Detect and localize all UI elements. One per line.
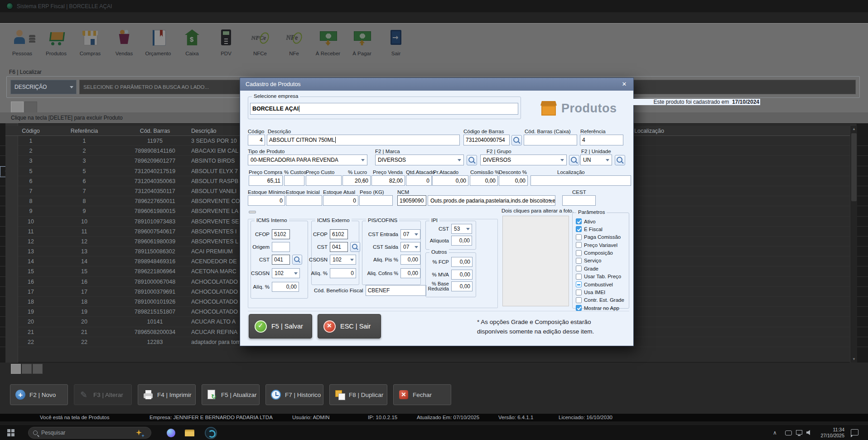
action-button[interactable]: F8 | Duplicar (329, 384, 387, 405)
toolbar-button[interactable]: Produtos (41, 24, 71, 67)
filter-tab[interactable] (33, 364, 43, 374)
param-checkbox[interactable]: Preço Variavel (576, 242, 624, 248)
scroll-thumb[interactable] (851, 133, 857, 201)
network-icon[interactable] (796, 430, 802, 435)
param-checkbox[interactable]: Composição (576, 250, 624, 256)
cfop-externo-input[interactable]: 6102 (330, 229, 348, 239)
tray-device-icon[interactable] (785, 430, 792, 435)
pr-atacado-input[interactable]: 0,00 (432, 175, 468, 186)
header-descricao[interactable]: Descrição (191, 126, 217, 136)
toolbar-button[interactable]: À Receber (313, 24, 343, 67)
table-scrollbar[interactable]: ▲ ▼ (850, 126, 857, 363)
dialog-tab[interactable] (249, 211, 256, 213)
mva-input[interactable]: 0,00 (451, 270, 473, 280)
peso-input[interactable] (359, 195, 393, 206)
est-atu-input[interactable]: 0 (323, 195, 358, 206)
dialog-close-icon[interactable]: ✕ (620, 80, 629, 88)
toolbar-button[interactable]: Compras (75, 24, 105, 67)
file-explorer-icon[interactable] (185, 430, 194, 436)
dialog-tab[interactable] (287, 211, 294, 213)
header-localizacao[interactable]: Localização (634, 126, 664, 136)
start-button-icon[interactable] (7, 429, 15, 437)
est-min-input[interactable]: 0 (248, 195, 285, 206)
taskbar-search[interactable]: Pesquisar (28, 427, 151, 439)
grupo-search-icon[interactable] (569, 155, 579, 165)
action-button[interactable]: F3 | Alterar (74, 384, 132, 405)
action-button[interactable]: Fechar (393, 384, 451, 405)
volume-icon[interactable] (806, 430, 810, 435)
param-checkbox[interactable]: Paga Comissão (576, 234, 624, 240)
cst-externo-input[interactable]: 041 (330, 242, 348, 252)
toolbar-button[interactable]: À Pagar (347, 24, 377, 67)
cst-saida-select[interactable]: 07 (400, 242, 420, 252)
param-checkbox[interactable]: Ativo (576, 218, 624, 224)
cst-entrada-select[interactable]: 07 (400, 229, 420, 239)
header-codigo[interactable]: Código (18, 126, 43, 136)
dialog-tab[interactable] (268, 211, 275, 213)
dialog-tab[interactable] (258, 211, 265, 213)
filter-tab[interactable] (11, 364, 21, 374)
qtd-atacado-input[interactable]: 0 (406, 175, 432, 186)
ipi-aliquota-input[interactable]: 0,00 (451, 236, 472, 246)
preco-compra-input[interactable]: 65,11 (249, 175, 283, 186)
aliq-pis-input[interactable]: 0,00 (400, 255, 420, 265)
param-checkbox[interactable]: Usar Tab. Preço (576, 274, 624, 280)
preco-venda-input[interactable]: 82,00 (371, 175, 405, 186)
toolbar-button[interactable]: Vendas (109, 24, 139, 67)
cest-input[interactable] (562, 195, 596, 206)
action-button[interactable]: F4 | Imprimir (138, 384, 196, 405)
ipi-cst-select[interactable]: 53 (451, 224, 472, 234)
erp-app-icon[interactable] (205, 427, 217, 439)
toolbar-button[interactable]: PDV (211, 24, 241, 67)
toolbar-button[interactable]: Caixa (177, 24, 207, 67)
toolbar-button[interactable]: NFCe (245, 24, 275, 67)
unidade-search-icon[interactable] (615, 155, 625, 165)
param-checkbox[interactable]: Combustível (576, 281, 624, 287)
est-ini-input[interactable] (286, 195, 322, 206)
custos-input[interactable] (284, 175, 304, 186)
salvar-button[interactable]: F5 | Salvar (249, 314, 312, 338)
descricao-input[interactable]: ABSOLUT CITRON 750ML (267, 135, 460, 145)
unidade-select[interactable]: UN (580, 155, 612, 165)
dialog-titlebar[interactable]: Cadastro de Produtos ✕ (240, 78, 633, 91)
aliq-interno-input[interactable]: 0,00 (272, 282, 299, 292)
barras-search-icon[interactable] (511, 135, 522, 145)
codigo-input[interactable]: 4 (248, 135, 265, 145)
param-checkbox[interactable]: Grade (576, 266, 624, 271)
cfop-interno-input[interactable]: 5102 (272, 229, 290, 239)
search-field-selector[interactable]: DESCRIÇÃO (10, 80, 77, 94)
barras-caixa-input[interactable] (524, 135, 577, 145)
tipo-select[interactable]: 00-MERCADORIA PARA REVENDA (248, 155, 367, 165)
marca-select[interactable]: DIVERSOS (375, 155, 464, 165)
toolbar-button[interactable]: NFe (279, 24, 309, 67)
scroll-up-icon[interactable]: ▲ (850, 126, 858, 132)
taskbar-clock[interactable]: 11:34 27/10/2025 (815, 427, 844, 439)
param-checkbox[interactable]: É Fiscal (576, 226, 624, 232)
cst-externo-search-icon[interactable] (350, 242, 360, 252)
header-barras[interactable]: Cód. Barras (125, 126, 185, 136)
cst-interno-input[interactable]: 041 (272, 255, 290, 265)
header-referencia[interactable]: Referência (43, 126, 125, 136)
toolbar-button[interactable]: Pessoas (7, 24, 37, 67)
barras-input[interactable]: 7312040090754 (463, 135, 510, 145)
aliq-cofins-input[interactable]: 0,00 (400, 268, 420, 278)
beneficio-input[interactable]: CBENEF (366, 285, 426, 296)
referencia-input[interactable]: 4 (580, 135, 623, 145)
action-button[interactable]: F5 | Atualizar (202, 384, 260, 405)
list-tab[interactable] (24, 102, 37, 112)
base-reduzida-input[interactable]: 0,00 (451, 281, 473, 291)
preco-custo-input[interactable] (306, 175, 342, 186)
csosn-externo-select[interactable]: 102 (330, 255, 356, 265)
list-tab[interactable] (11, 102, 24, 112)
foto-box[interactable] (502, 216, 569, 306)
toolbar-button[interactable]: Orçamento (143, 24, 173, 67)
copilot-icon[interactable] (167, 429, 175, 437)
param-checkbox[interactable]: Contr. Est. Grade (576, 297, 624, 303)
desconto-input[interactable]: 0,00 (499, 175, 528, 186)
dialog-tab[interactable] (277, 211, 285, 213)
sair-button[interactable]: ESC | Sair (318, 314, 381, 338)
ncm-desc-select[interactable]: Outs.prods.de padaria,pastelaria,inds.de… (428, 195, 555, 206)
action-button[interactable]: F7 | Historico (265, 384, 323, 405)
action-button[interactable]: F2 | Novo (10, 384, 68, 405)
filter-tab[interactable] (22, 364, 32, 374)
